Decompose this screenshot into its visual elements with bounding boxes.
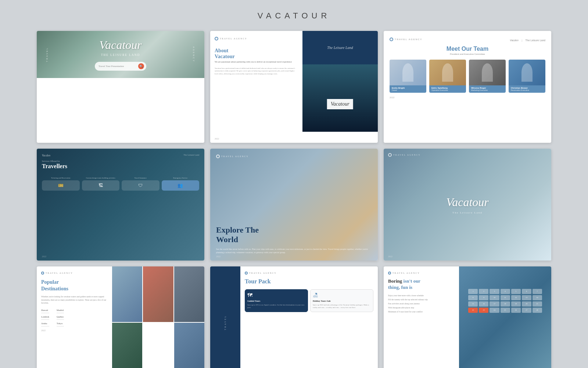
boring-agency: TRAVEL AGENCY [388, 272, 455, 275]
explore-dot [216, 155, 220, 158]
calendar-grid: 1 2 3 4 5 6 7 8 9 10 11 12 13 [468, 289, 542, 313]
script-dot [388, 153, 392, 157]
service-item-3: Travel Insurance 🛡 [122, 177, 159, 191]
service-item-1: Ticketing and Reservation 🎫 [42, 177, 80, 191]
dest-aruba: Aruba [41, 322, 49, 326]
service-icon-4: 👥 [162, 180, 200, 191]
about-year: 2022 [215, 138, 219, 140]
service-items: Ticketing and Reservation 🎫 Custom desig… [42, 177, 199, 191]
service-icon-3: 🛡 [122, 180, 159, 191]
team-card-4: Christian Bower Reservation Executive [509, 60, 545, 93]
cal-6: 6 [522, 289, 531, 294]
team-agency-dot [390, 38, 393, 41]
search-placeholder: Travel Tour Presentation [98, 65, 138, 68]
dest-photo-6 [174, 323, 204, 368]
about-desc1: We are passionate about partnering with … [215, 60, 298, 64]
destinations-left: TRAVEL AGENCY PopularDestinations Whethe… [37, 266, 112, 368]
dest-photo-2 [143, 266, 173, 322]
script-logo: Vacatour [446, 195, 489, 209]
services-year: 2022 [42, 255, 46, 258]
cal-16: 16 [479, 301, 488, 307]
slide-cover[interactable]: TRAVEL AGENCY Vacatour The Leisure Land … [37, 31, 204, 143]
vertical-left: TRAVEL [46, 47, 48, 62]
cal-25: 25 [501, 308, 510, 313]
service-item-2: Custom design teams building activities … [82, 177, 120, 191]
team-subtitle: President and Executive Committee [390, 53, 545, 55]
destinations-desc: Whether you're looking for cerulean wate… [41, 295, 108, 304]
cal-12: 12 [511, 295, 521, 300]
dest-lombok: Lombok [41, 315, 49, 320]
dest-madrid: Madrid [57, 309, 64, 313]
cal-21: 21 [533, 301, 542, 307]
destinations-agency: TRAVEL AGENCY [41, 272, 108, 275]
cal-14: 14 [533, 295, 542, 300]
services-for-label: Services Offered for [42, 160, 199, 162]
cal-2: 2 [479, 289, 488, 294]
cal-10: 10 [490, 295, 499, 300]
vertical-right: AGENCY [192, 46, 194, 62]
team-card-3: Winona Roger Marketing Executive [469, 60, 506, 93]
pack-name-2: Holiday Tours Sale [313, 300, 371, 302]
tourpack-right: TRAVEL AGENCY Tour Pack 🗺 Guided Tours S… [240, 266, 378, 368]
team-agency-label: TRAVEL AGENCY [390, 38, 422, 41]
team-namebar-4: Christian Bower Reservation Executive [509, 85, 545, 93]
cal-19: 19 [511, 301, 521, 307]
dest-quebec: Québec [57, 315, 64, 320]
destinations-heading: PopularDestinations [41, 279, 108, 292]
slide-services: Vacden The Leisure Land Services Offered… [37, 149, 204, 261]
dest-photo-1 [112, 266, 142, 322]
boring-heading: Boring isn't our thing, fun is [388, 278, 455, 291]
script-year: 2022 [388, 255, 392, 258]
cal-4: 4 [501, 289, 510, 294]
team-namebar-2: Edric Spielberg Operation Executive [429, 85, 466, 93]
team-photo-2 [429, 60, 466, 85]
about-ocean [302, 64, 378, 131]
pack-icon-1: 🗺 [247, 293, 305, 298]
team-photo-1 [390, 60, 426, 85]
script-agency: TRAVEL AGENCY [388, 153, 421, 157]
about-desc2: Vacatour has a professional team of skil… [215, 67, 298, 75]
about-logo-overlay: Vacatour [327, 99, 353, 109]
services-header: Vacden The Leisure Land [42, 154, 199, 157]
destinations-year: 2022 [41, 326, 108, 332]
cal-7: 7 [533, 289, 542, 294]
pack-card-2: 🏖 Holiday Tours Sale Spice up 2022 and t… [310, 289, 373, 312]
search-bar[interactable]: Travel Tour Presentation 🔍 [95, 62, 146, 71]
cover-logo: Vacatour [99, 38, 142, 52]
dest-photo-5 [143, 323, 173, 368]
cal-18: 18 [501, 301, 510, 307]
team-photo-3 [469, 60, 506, 85]
slide-about: TRAVEL AGENCY About Vacatour We are pass… [210, 31, 378, 143]
cal-5: 5 [511, 289, 521, 294]
dest-col-2: Madrid Québec Tokyo [57, 309, 64, 326]
team-card-1: Emily Bright Owner [390, 60, 426, 93]
dest-hawaii: Hawaii [41, 309, 49, 313]
tourpack-dot [245, 272, 248, 275]
script-subtitle: The Leisure Land [452, 211, 483, 214]
slides-grid: TRAVEL AGENCY Vacatour The Leisure Land … [37, 31, 551, 368]
tourpack-vertical: TRAVEL [224, 315, 226, 330]
slide-team: TRAVEL AGENCY Vacden | The Leisure Land … [384, 31, 551, 143]
boring-features: Enjoy your time more with a loose schedu… [388, 294, 455, 314]
dest-photo-4 [112, 323, 142, 368]
search-button[interactable]: 🔍 [138, 63, 144, 69]
team-brand: Vacden | The Leisure Land [510, 36, 545, 43]
explore-desc: See the world like never before with us.… [216, 248, 372, 255]
boring-dot [388, 272, 391, 275]
cal-28: 28 [533, 308, 542, 313]
explore-year: 2022 [216, 255, 220, 258]
pack-icon-2: 🏖 [313, 293, 371, 298]
cal-17: 17 [490, 301, 499, 307]
slide-destinations: TRAVEL AGENCY PopularDestinations Whethe… [37, 266, 204, 368]
cal-15: 15 [468, 301, 478, 307]
team-year: 2022 [390, 96, 545, 99]
dest-photo-3 [174, 266, 204, 322]
explore-heading: Explore The World [216, 225, 372, 245]
team-cards: Emily Bright Owner Edric Spielberg Opera… [390, 60, 545, 93]
tourpack-left-strip: TRAVEL [210, 266, 240, 368]
pack-cards: 🗺 Guided Tours Save up to 10% to see Spa… [245, 289, 373, 312]
destinations-photos [112, 266, 204, 368]
boring-right: 1 2 3 4 5 6 7 8 9 10 11 12 13 [459, 266, 551, 368]
team-card-2: Edric Spielberg Operation Executive [429, 60, 466, 93]
explore-agency: TRAVEL AGENCY [216, 155, 372, 158]
